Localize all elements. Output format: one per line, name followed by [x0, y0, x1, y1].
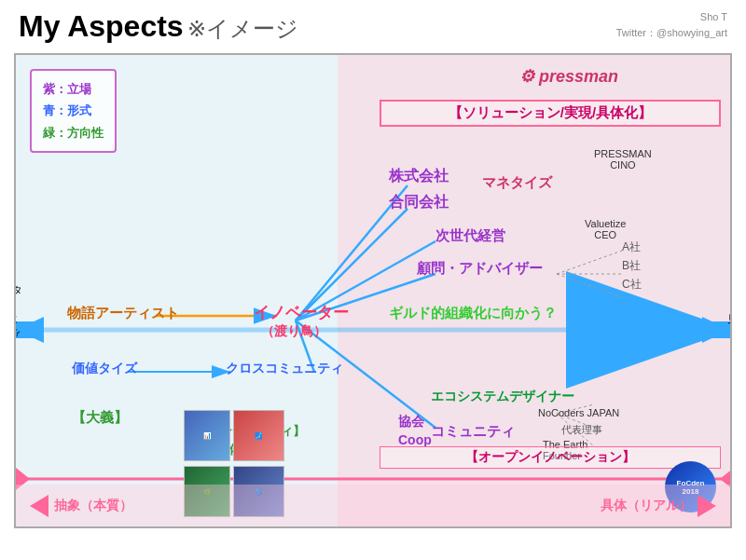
- daigi-node: 【大義】: [72, 409, 128, 427]
- diagram: 紫：立場 青：形式 緑：方向性 ⚙ pressman 【ソリューション/実現/具…: [14, 53, 732, 528]
- legend-blue: 青：形式: [43, 100, 104, 121]
- author-info: Sho T Twitter：@showying_art: [616, 9, 727, 40]
- kabushiki-node: 株式会社: [389, 167, 449, 186]
- daihyo-node: 代表理事: [561, 423, 602, 437]
- image-group-1: 📊 🗾: [184, 410, 286, 461]
- coop-node: Coop: [398, 432, 432, 447]
- legend-box: 紫：立場 青：形式 緑：方向性: [30, 69, 117, 153]
- pressman-logo: ⚙ pressman: [519, 66, 618, 87]
- axis-left-label: 抽象（本質）: [54, 498, 132, 514]
- axis-bar: 抽象（本質） 具体（リアル）: [16, 485, 730, 526]
- godo-node: 合同会社: [389, 193, 449, 212]
- page-title: My Aspects: [19, 9, 184, 43]
- guild-node: ギルド的組織化に向かう？: [389, 305, 557, 322]
- header: My Aspects ※イメージ Sho T Twitter：@showying…: [0, 0, 746, 48]
- page-subtitle: ※イメージ: [187, 16, 298, 41]
- solution-header: 【ソリューション/実現/具体化】: [380, 100, 721, 127]
- pressman-name: pressman: [539, 67, 618, 87]
- nocoders-node: NoCoders JAPAN: [538, 407, 619, 418]
- kyokai-node: 協会: [398, 414, 424, 430]
- legend-purple: 紫：立場: [43, 78, 104, 100]
- a-sha-node: A社: [622, 239, 641, 255]
- innovator-node: イノベーター: [254, 302, 349, 323]
- jisedai-node: 次世代経営: [435, 227, 505, 245]
- cross-community-node: クロスコミュニティ: [226, 361, 343, 377]
- ecosystem-node: エコシステムデザイナー: [431, 389, 574, 405]
- legend-green: 緑：方向性: [43, 122, 104, 143]
- left-arrow: [16, 317, 48, 343]
- kachi-node: 価値タイズ: [72, 361, 137, 377]
- right-arrow: [698, 317, 730, 343]
- monetize-node: マネタイズ: [482, 174, 552, 192]
- wataridori-node: （渡り鳥）: [261, 323, 326, 340]
- author-name: Sho T: [616, 9, 727, 25]
- monogatari-node: 物語アーティスト: [67, 305, 179, 322]
- axis-right-label: 具体（リアル）: [601, 498, 692, 514]
- valuetize-ceo-node: Valuetize CEO: [585, 218, 626, 240]
- advisor-node: 顧問・アドバイザー: [417, 260, 543, 278]
- pressman-cino-node: PRESSMAN CINO: [594, 148, 652, 171]
- author-twitter: Twitter：@showying_art: [616, 25, 727, 41]
- community-node: コミュニティ: [431, 423, 515, 441]
- open-innovation-node: 【オープンイノベーション】: [380, 446, 721, 469]
- b-sha-node: B社: [622, 258, 641, 274]
- c-sha-node: C社: [622, 277, 642, 293]
